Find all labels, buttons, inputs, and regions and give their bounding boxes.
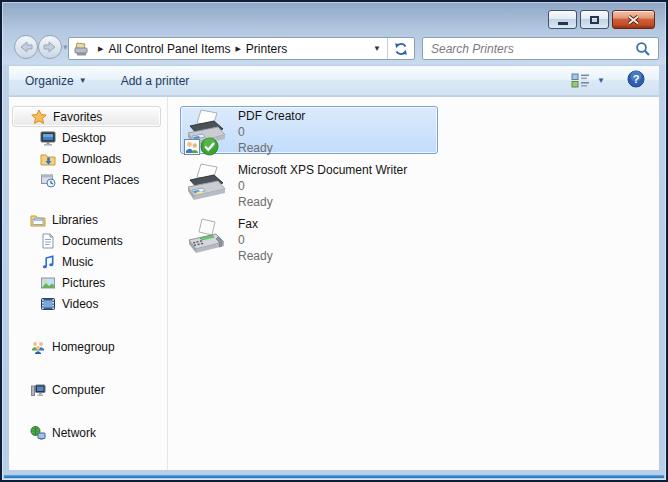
printer-document-count: 0 [238, 178, 407, 194]
window-controls [548, 10, 655, 29]
desktop-icon [39, 130, 56, 146]
address-bar[interactable]: ▶ All Control Panel Items ▶ Printers ▼ [68, 37, 415, 60]
chevron-down-icon: ▼ [597, 76, 605, 85]
printer-item-pdf-creator[interactable]: PDF Creator 0 Ready [180, 106, 438, 154]
sidebar-item-music[interactable]: Music [9, 251, 167, 272]
sidebar-label: Libraries [52, 213, 98, 227]
sidebar-item-libraries[interactable]: Libraries [9, 209, 167, 230]
fax-icon [184, 217, 234, 261]
navigation-bar: ▾ ▶ All Control Panel Items ▶ Printers ▼ [2, 32, 666, 66]
libraries-icon [29, 212, 46, 228]
sidebar-item-downloads[interactable]: Downloads [9, 148, 167, 169]
printers-folder-icon [73, 41, 89, 57]
command-toolbar: Organize ▼ Add a printer ▼ [9, 66, 659, 96]
sidebar-item-homegroup[interactable]: Homegroup [9, 336, 167, 357]
search-icon[interactable] [635, 41, 651, 57]
sidebar-item-documents[interactable]: Documents [9, 230, 167, 251]
sidebar-label: Pictures [62, 276, 105, 290]
add-printer-label: Add a printer [121, 74, 190, 88]
printer-icon [184, 163, 234, 207]
sidebar-label: Documents [62, 234, 123, 248]
search-input[interactable] [423, 42, 635, 56]
close-icon [627, 15, 640, 25]
refresh-icon [393, 41, 409, 57]
printer-status: Ready [238, 194, 407, 210]
navigation-pane: Favorites Desktop Downloads Recent Place… [9, 97, 168, 470]
sidebar-label: Computer [52, 383, 105, 397]
network-icon [29, 425, 46, 441]
content-area: Favorites Desktop Downloads Recent Place… [9, 97, 659, 470]
printer-item-xps-writer[interactable]: Microsoft XPS Document Writer 0 Ready [180, 160, 438, 208]
minimize-button[interactable] [548, 10, 577, 29]
back-arrow-icon [19, 41, 33, 53]
views-icon [571, 73, 590, 88]
change-view-button[interactable]: ▼ [563, 69, 613, 92]
svg-text:?: ? [633, 73, 640, 85]
shared-badge-icon [184, 139, 200, 155]
add-printer-button[interactable]: Add a printer [113, 70, 198, 92]
sidebar-label: Homegroup [52, 340, 115, 354]
recent-pages-dropdown[interactable]: ▾ [63, 42, 68, 52]
breadcrumb-separator-icon: ▶ [98, 45, 103, 53]
forward-button[interactable] [38, 35, 62, 59]
sidebar-item-videos[interactable]: Videos [9, 293, 167, 314]
maximize-button[interactable] [580, 10, 609, 29]
documents-icon [39, 233, 56, 249]
printer-name: Fax [238, 217, 273, 232]
sidebar-label: Recent Places [62, 173, 139, 187]
address-dropdown-button[interactable]: ▼ [367, 44, 387, 53]
star-icon [30, 109, 47, 125]
close-button[interactable] [612, 10, 655, 29]
printer-document-count: 0 [238, 232, 273, 248]
printer-icon [184, 109, 234, 153]
recent-places-icon [39, 172, 56, 188]
downloads-icon [39, 151, 56, 167]
sidebar-label: Network [52, 426, 96, 440]
sidebar-label: Downloads [62, 152, 121, 166]
toolbar-right-group: ▼ ? [555, 69, 645, 92]
printer-item-fax[interactable]: Fax 0 Ready [180, 214, 438, 262]
printer-status: Ready [238, 248, 273, 264]
sidebar-item-network[interactable]: Network [9, 422, 167, 443]
printer-status: Ready [238, 140, 305, 156]
refresh-button[interactable] [387, 38, 414, 59]
organize-button[interactable]: Organize ▼ [17, 70, 95, 92]
sidebar-item-favorites[interactable]: Favorites [12, 106, 161, 127]
printer-name: Microsoft XPS Document Writer [238, 163, 407, 178]
breadcrumb-segment-printers[interactable]: Printers [246, 42, 287, 56]
homegroup-icon [29, 339, 46, 355]
chevron-down-icon: ▼ [79, 76, 87, 85]
sidebar-label: Favorites [53, 110, 102, 124]
file-list: PDF Creator 0 Ready [168, 97, 659, 470]
organize-label: Organize [25, 74, 74, 88]
minimize-icon [558, 22, 568, 25]
computer-icon [29, 382, 46, 398]
sidebar-item-recent-places[interactable]: Recent Places [9, 169, 167, 190]
sidebar-item-desktop[interactable]: Desktop [9, 127, 167, 148]
sidebar-item-computer[interactable]: Computer [9, 379, 167, 400]
breadcrumb-separator-icon: ▶ [235, 45, 240, 53]
explorer-window: ▾ ▶ All Control Panel Items ▶ Printers ▼ [0, 0, 668, 482]
pictures-icon [39, 275, 56, 291]
sidebar-label: Music [62, 255, 93, 269]
videos-icon [39, 296, 56, 312]
default-printer-check-icon [200, 137, 219, 156]
window-bottom-edge [4, 475, 664, 478]
printer-name: PDF Creator [238, 109, 305, 124]
forward-arrow-icon [43, 41, 57, 53]
search-box [422, 37, 659, 60]
sidebar-item-pictures[interactable]: Pictures [9, 272, 167, 293]
help-button[interactable]: ? [627, 70, 645, 91]
music-icon [39, 254, 56, 270]
back-button[interactable] [14, 35, 38, 59]
sidebar-label: Videos [62, 297, 98, 311]
maximize-icon [590, 16, 599, 24]
sidebar-label: Desktop [62, 131, 106, 145]
printer-document-count: 0 [238, 124, 305, 140]
help-icon: ? [627, 70, 645, 88]
breadcrumb-segment-control-panel[interactable]: All Control Panel Items [108, 42, 230, 56]
